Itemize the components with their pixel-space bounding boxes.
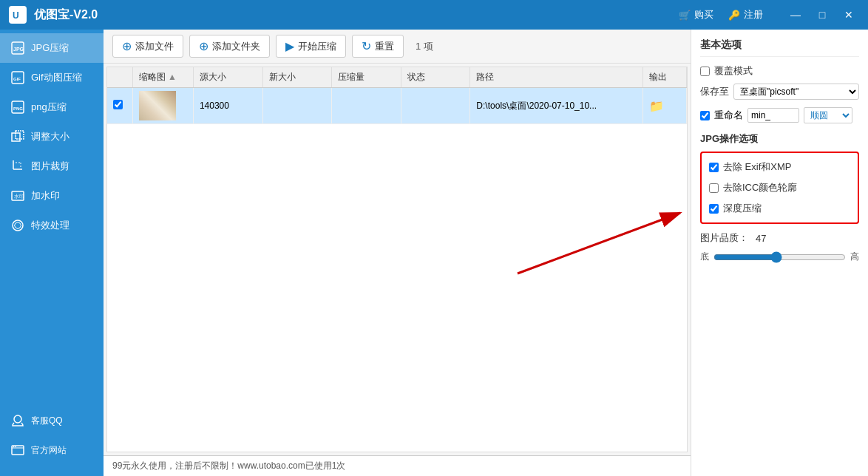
start-button[interactable]: ▶ 开始压缩 (276, 35, 346, 58)
jpg-options-box: 去除 Exif和XMP 去除ICC颜色轮廓 深度压缩 (700, 152, 859, 224)
add-folder-button[interactable]: ⊕ 添加文件夹 (189, 35, 270, 58)
cover-mode-row: 覆盖模式 (700, 64, 859, 78)
remove-exif-checkbox[interactable] (709, 163, 719, 172)
sidebar: JPG JPG压缩 GIF Gif动图压缩 PNG png压缩 (0, 30, 104, 476)
row-thumbnail (139, 91, 176, 120)
col-new: 新大小 (262, 67, 332, 88)
basic-options-title: 基本选项 (700, 38, 859, 57)
sidebar-item-watermark[interactable]: 水印 加水印 (0, 181, 104, 211)
minimize-button[interactable]: — (785, 4, 806, 25)
sidebar-item-effects[interactable]: 特效处理 (0, 211, 104, 240)
reset-icon: ↻ (362, 39, 371, 53)
remove-icc-checkbox[interactable] (709, 183, 719, 193)
col-check (107, 67, 133, 88)
row-new-size (262, 88, 332, 124)
effects-icon (10, 218, 25, 233)
watermark-icon: 水印 (10, 188, 25, 203)
add-file-button[interactable]: ⊕ 添加文件 (112, 35, 183, 58)
rename-label-container[interactable]: 重命名 (700, 109, 743, 122)
register-button[interactable]: 🔑 注册 (728, 8, 763, 21)
col-output: 输出 (643, 67, 687, 88)
deep-compress-label[interactable]: 深度压缩 (709, 202, 762, 215)
sidebar-item-png[interactable]: PNG png压缩 (0, 92, 104, 122)
row-output[interactable]: 📁 (643, 88, 687, 124)
quality-value: 47 (756, 233, 766, 244)
sidebar-label-qq: 客服QQ (31, 415, 63, 427)
svg-text:PNG: PNG (13, 106, 23, 111)
cover-mode-checkbox[interactable] (700, 67, 710, 76)
sidebar-item-crop[interactable]: 图片裁剪 (0, 152, 104, 181)
svg-point-19 (13, 446, 15, 448)
svg-point-16 (14, 415, 21, 423)
gif-icon: GIF (10, 70, 25, 85)
add-folder-icon: ⊕ (199, 39, 208, 53)
rename-suffix-select[interactable]: 顺圆 自定义 (804, 107, 852, 123)
sidebar-item-jpg[interactable]: JPG JPG压缩 (0, 33, 104, 63)
sidebar-label-watermark: 加水印 (31, 189, 60, 203)
main-layout: JPG JPG压缩 GIF Gif动图压缩 PNG png压缩 (0, 30, 868, 476)
register-icon: 🔑 (728, 10, 740, 21)
cover-mode-label[interactable]: 覆盖模式 (700, 64, 753, 78)
maximize-button[interactable]: □ (812, 4, 833, 25)
row-path: D:\tools\桌面\2020-07-10_10... (470, 88, 643, 124)
sidebar-item-qq[interactable]: 客服QQ (0, 406, 104, 435)
svg-point-20 (15, 446, 16, 448)
jpg-icon: JPG (10, 41, 25, 55)
toolbar: ⊕ 添加文件 ⊕ 添加文件夹 ▶ 开始压缩 ↻ 重置 1 项 (104, 30, 691, 64)
add-file-icon: ⊕ (122, 39, 132, 53)
sidebar-label-crop: 图片裁剪 (31, 160, 69, 173)
row-checkbox-cell[interactable] (107, 88, 133, 124)
remove-icc-row: 去除ICC颜色轮廓 (709, 181, 850, 194)
start-icon: ▶ (285, 39, 294, 53)
svg-text:U: U (13, 10, 19, 21)
app-title: 优图宝-V2.0 (34, 7, 98, 23)
remove-icc-label[interactable]: 去除ICC颜色轮廓 (709, 181, 797, 194)
sidebar-item-resize[interactable]: 调整大小 (0, 122, 104, 152)
app-logo: U (9, 6, 27, 24)
rename-prefix-input[interactable] (747, 108, 799, 123)
website-icon (10, 443, 25, 458)
col-thumbnail: 缩略图▲ (133, 67, 194, 88)
sidebar-label-resize: 调整大小 (31, 130, 69, 143)
deep-compress-row: 深度压缩 (709, 202, 850, 215)
save-to-label: 保存至 (700, 85, 729, 98)
jpg-options-title: JPG操作选项 (700, 132, 859, 146)
table-row[interactable]: 140300 D:\tools\桌面\2020-07-10_10... 📁 (107, 88, 687, 124)
sidebar-item-gif[interactable]: GIF Gif动图压缩 (0, 63, 104, 92)
col-path: 路径 (470, 67, 643, 88)
close-button[interactable]: ✕ (838, 4, 859, 25)
reset-button[interactable]: ↻ 重置 (352, 35, 404, 58)
slider-low-label: 底 (700, 251, 709, 263)
quality-slider[interactable] (713, 251, 846, 263)
sidebar-label-png: png压缩 (31, 101, 67, 114)
title-bar: U 优图宝-V2.0 🛒 购买 🔑 注册 — □ ✕ (0, 0, 868, 30)
qq-icon (10, 413, 25, 428)
sidebar-item-website[interactable]: 官方网站 (0, 435, 104, 465)
deep-compress-checkbox[interactable] (709, 204, 719, 214)
svg-text:GIF: GIF (13, 77, 21, 81)
file-table: 缩略图▲ 源大小 新大小 压缩量 状态 路径 输出 (107, 67, 687, 124)
col-compression: 压缩量 (332, 67, 401, 88)
quality-label: 图片品质： (700, 231, 748, 245)
slider-row: 底 高 (700, 251, 859, 263)
quality-row: 图片品质： 47 (700, 231, 859, 245)
row-checkbox[interactable] (113, 100, 123, 109)
svg-text:水印: 水印 (14, 194, 24, 199)
sidebar-label-jpg: JPG压缩 (31, 41, 69, 55)
remove-exif-label[interactable]: 去除 Exif和XMP (709, 160, 791, 174)
output-folder-icon[interactable]: 📁 (649, 100, 664, 112)
svg-text:JPG: JPG (13, 47, 24, 52)
resize-icon (10, 129, 25, 144)
row-status (401, 88, 470, 124)
row-original-size: 140300 (193, 88, 262, 124)
svg-marker-22 (143, 102, 174, 117)
col-original: 源大小 (193, 67, 262, 88)
status-message: 99元永久使用，注册后不限制！www.utobao.com已使用1次 (112, 460, 345, 472)
rename-checkbox[interactable] (700, 111, 710, 120)
col-status: 状态 (401, 67, 470, 88)
save-to-row: 保存至 至桌面"picsoft" (700, 84, 859, 100)
status-bar: 99元永久使用，注册后不限制！www.utobao.com已使用1次 (104, 455, 691, 476)
content-area: ⊕ 添加文件 ⊕ 添加文件夹 ▶ 开始压缩 ↻ 重置 1 项 (104, 30, 691, 476)
buy-button[interactable]: 🛒 购买 (679, 8, 713, 21)
save-to-select[interactable]: 至桌面"picsoft" (733, 84, 859, 100)
